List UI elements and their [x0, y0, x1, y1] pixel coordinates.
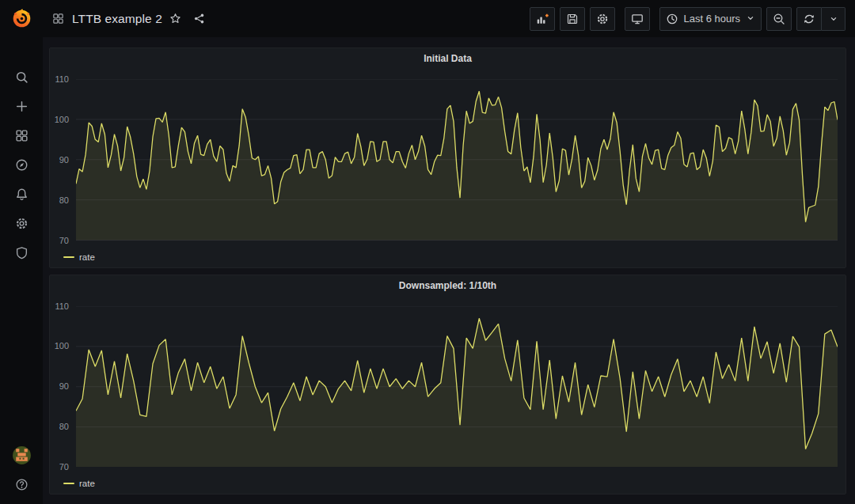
zoom-out-icon — [773, 13, 785, 25]
legend-series-label: rate — [79, 252, 95, 262]
y-axis: 708090100110 — [50, 79, 73, 241]
sidebar-item-explore[interactable] — [0, 150, 43, 180]
sidebar-item-help[interactable] — [0, 471, 43, 498]
shield-icon — [15, 246, 28, 260]
y-tick-label: 100 — [55, 115, 69, 123]
sidebar-nav — [0, 63, 43, 267]
panel-title[interactable]: Initial Data — [50, 53, 846, 64]
dashboards-grid-icon — [52, 13, 64, 25]
sidebar-item-create[interactable] — [0, 92, 43, 121]
sidebar-item-search[interactable] — [0, 63, 43, 92]
add-panel-button[interactable] — [530, 7, 555, 31]
y-tick-label: 80 — [59, 423, 69, 431]
time-series-plot[interactable] — [76, 306, 838, 468]
refresh-icon — [803, 13, 815, 25]
legend-item-rate[interactable]: rate — [63, 479, 95, 488]
monitor-icon — [631, 13, 644, 25]
star-dashboard-button[interactable] — [165, 9, 186, 29]
grafana-app: LTTB example 2 — [0, 0, 855, 504]
search-icon — [15, 70, 28, 84]
share-icon — [193, 13, 205, 25]
compass-icon — [15, 158, 28, 172]
time-series-plot[interactable] — [76, 79, 838, 241]
clock-icon — [666, 13, 678, 25]
legend-series-swatch — [63, 483, 74, 484]
dashboard-grid: Initial Data 708090100110 rate Downsampl… — [43, 37, 855, 504]
dashboards-icon — [15, 129, 28, 142]
panel-initial-data: Initial Data 708090100110 rate — [49, 47, 846, 268]
panel-title[interactable]: Downsampled: 1/10th — [50, 280, 846, 291]
y-tick-label: 90 — [59, 382, 69, 391]
panel-downsampled: Downsampled: 1/10th 708090100110 rate — [49, 275, 846, 495]
legend-series-swatch — [63, 256, 74, 258]
sidebar — [0, 0, 43, 504]
y-axis: 708090100110 — [50, 306, 73, 468]
dashboard-title: LTTB example 2 — [72, 12, 162, 26]
zoom-out-time-range-button[interactable] — [766, 7, 792, 31]
plus-icon — [15, 100, 28, 113]
y-tick-label: 70 — [59, 463, 69, 472]
y-tick-label: 110 — [55, 75, 69, 84]
legend-item-rate[interactable]: rate — [63, 252, 95, 262]
time-range-label: Last 6 hours — [683, 13, 740, 25]
time-series-canvas — [76, 79, 838, 241]
y-tick-label: 110 — [55, 301, 69, 310]
time-range-picker[interactable]: Last 6 hours — [659, 7, 762, 31]
y-tick-label: 70 — [59, 236, 69, 244]
gear-icon — [15, 217, 28, 230]
y-tick-label: 80 — [59, 195, 69, 204]
share-dashboard-button[interactable] — [189, 9, 210, 29]
top-nav: LTTB example 2 — [43, 0, 855, 37]
sidebar-item-server-admin[interactable] — [0, 238, 43, 267]
dashboard-breadcrumb[interactable] — [52, 13, 64, 25]
y-tick-label: 90 — [59, 155, 69, 164]
user-profile[interactable] — [0, 439, 43, 471]
sidebar-bottom — [0, 439, 43, 504]
refresh-interval-dropdown[interactable] — [822, 7, 846, 31]
y-tick-label: 100 — [55, 342, 69, 351]
user-avatar — [12, 445, 32, 465]
add-panel-icon — [536, 13, 549, 25]
sidebar-item-configuration[interactable] — [0, 209, 43, 238]
dashboard-settings-button[interactable] — [590, 7, 615, 31]
bell-icon — [15, 188, 28, 201]
gear-icon — [596, 13, 609, 25]
grafana-logo[interactable] — [0, 0, 43, 37]
time-series-canvas — [76, 306, 838, 468]
sidebar-item-alerting[interactable] — [0, 180, 43, 209]
save-icon — [566, 13, 579, 25]
cycle-view-mode-button[interactable] — [625, 7, 650, 31]
legend-series-label: rate — [79, 479, 95, 488]
refresh-dashboard-button[interactable] — [796, 7, 822, 31]
chevron-down-icon — [746, 12, 755, 26]
sidebar-item-dashboards[interactable] — [0, 121, 43, 150]
star-icon — [169, 13, 181, 25]
grafana-flame-icon — [11, 8, 32, 29]
dashboard-toolbar: Last 6 hours — [530, 7, 846, 31]
chevron-down-icon — [829, 14, 838, 24]
save-dashboard-button[interactable] — [560, 7, 585, 31]
question-circle-icon — [15, 478, 28, 491]
